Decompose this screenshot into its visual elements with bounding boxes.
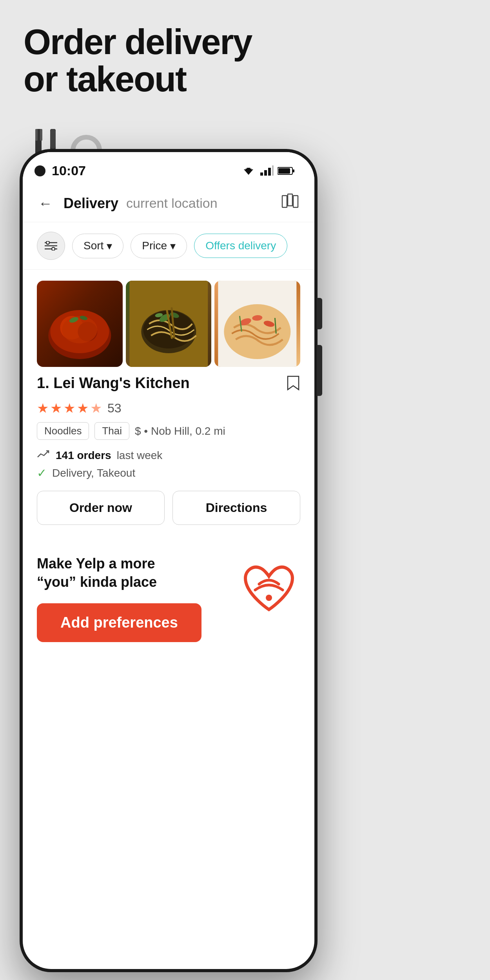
food-image-2[interactable] <box>126 281 212 367</box>
stats-row: 141 orders last week ✓ Delivery, Takeout <box>37 448 300 480</box>
status-time: 10:07 <box>52 163 86 178</box>
svg-rect-20 <box>293 196 298 207</box>
filter-options-button[interactable] <box>37 232 65 260</box>
sort-button[interactable]: Sort ▾ <box>72 234 123 258</box>
battery-icon <box>278 166 295 176</box>
svg-point-26 <box>46 241 49 244</box>
svg-point-27 <box>52 247 55 250</box>
tag-noodles: Noodles <box>37 422 89 440</box>
orders-stat: 141 orders last week <box>37 448 300 462</box>
services-text: Delivery, Takeout <box>52 467 135 479</box>
stars: ★ ★ ★ ★ ★ <box>37 400 102 416</box>
camera-dot <box>34 165 45 176</box>
status-icons <box>241 165 295 176</box>
food-image-1[interactable] <box>37 281 123 367</box>
signal-icon <box>260 165 274 176</box>
map-icon[interactable] <box>281 192 299 214</box>
rating-row: ★ ★ ★ ★ ★ 53 <box>37 400 300 416</box>
check-icon: ✓ <box>37 466 47 480</box>
filter-row: Sort ▾ Price ▾ Offers delivery <box>23 222 314 270</box>
svg-rect-5 <box>50 129 56 149</box>
page-title: Order delivery or takeout <box>24 24 466 98</box>
tag-thai: Thai <box>94 422 129 440</box>
action-buttons: Order now Directions <box>37 491 300 525</box>
svg-rect-19 <box>288 194 292 206</box>
add-preferences-button[interactable]: Add preferences <box>37 603 201 642</box>
trend-icon <box>37 448 50 462</box>
restaurant-name: 1. Lei Wang's Kitchen <box>37 375 190 392</box>
svg-point-32 <box>62 316 97 343</box>
preferences-section: Make Yelp a more “you” kinda place Add p… <box>23 541 314 658</box>
orders-period: last week <box>117 449 163 462</box>
order-now-button[interactable]: Order now <box>37 491 165 525</box>
svg-rect-1 <box>35 129 38 141</box>
offers-delivery-button[interactable]: Offers delivery <box>194 234 287 258</box>
svg-rect-13 <box>268 168 271 176</box>
wifi-icon <box>241 165 256 176</box>
directions-button[interactable]: Directions <box>172 491 300 525</box>
price-button[interactable]: Price ▾ <box>131 234 187 258</box>
svg-rect-14 <box>272 165 274 176</box>
services-stat: ✓ Delivery, Takeout <box>37 466 300 480</box>
svg-rect-17 <box>293 169 294 172</box>
location-info: $ • Nob Hill, 0.2 mi <box>135 425 225 437</box>
phone-device: 10:07 <box>20 149 318 972</box>
food-image-3[interactable] <box>214 281 300 367</box>
bookmark-icon[interactable] <box>286 375 300 395</box>
nav-location-text: current location <box>126 196 273 211</box>
svg-rect-2 <box>40 129 42 141</box>
back-arrow-icon[interactable]: ← <box>38 195 53 212</box>
svg-rect-12 <box>264 170 267 176</box>
tags-row: Noodles Thai $ • Nob Hill, 0.2 mi <box>37 422 300 440</box>
svg-rect-11 <box>260 172 263 176</box>
phone-screen: 10:07 <box>23 152 314 969</box>
orders-count: 141 orders <box>56 449 111 462</box>
food-images-row <box>23 281 314 367</box>
status-bar: 10:07 <box>23 152 314 185</box>
nav-delivery-label: Delivery <box>64 195 118 212</box>
nav-bar: ← Delivery current location <box>23 185 314 222</box>
page-header: Order delivery or takeout <box>0 0 490 113</box>
svg-rect-16 <box>278 168 290 174</box>
review-count: 53 <box>107 401 122 416</box>
restaurant-card: 1. Lei Wang's Kitchen ★ ★ ★ ★ ★ <box>23 367 314 537</box>
preferences-title: Make Yelp a more “you” kinda place <box>37 555 201 592</box>
svg-point-49 <box>266 595 272 601</box>
heart-logo-icon <box>238 559 300 623</box>
svg-rect-18 <box>282 196 287 207</box>
